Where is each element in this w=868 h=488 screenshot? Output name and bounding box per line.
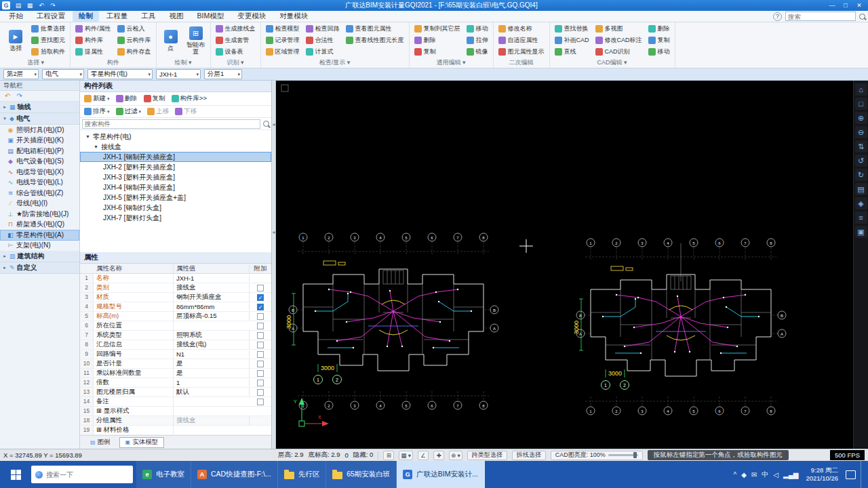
ribbon-tab[interactable]: 工程量 [100, 11, 134, 22]
ribbon-button[interactable]: 检查回路 [304, 23, 342, 35]
ortho-toggle-icon[interactable]: ∠ [418, 451, 429, 460]
taskbar-app[interactable]: ACAD快捷查图-F:\... [191, 461, 278, 488]
context-dropdown[interactable]: JXH-1▾ [156, 69, 201, 79]
ribbon-tab[interactable]: 工具 [136, 11, 162, 22]
navigator-item[interactable]: ◉照明灯具(电)(D) [0, 125, 79, 136]
property-value[interactable]: 钢制开关插座盒 [174, 293, 250, 302]
ribbon-tab[interactable]: BIM模型 [191, 11, 231, 22]
navigator-item[interactable]: ⊓桥架通头(电)(Q) [0, 220, 79, 230]
ribbon-button[interactable]: 复制 [412, 46, 462, 58]
tree-expand-icon[interactable]: ▼ [85, 134, 91, 139]
undo-icon[interactable]: ↶ [37, 2, 46, 9]
selection-mode-toggle[interactable]: 跨类型选择 [467, 451, 507, 460]
tree-item[interactable]: JXH-6 [钢制灯头盒] [80, 203, 271, 213]
panel-tab[interactable]: ▤图例 [84, 437, 117, 448]
save-icon[interactable]: ▦ [25, 2, 35, 9]
ribbon-big-button[interactable]: ⊞智能布置 [184, 23, 208, 58]
start-button[interactable] [0, 461, 31, 488]
ribbon-button[interactable]: 直线 [553, 46, 591, 58]
attach-checkbox[interactable] [257, 342, 264, 348]
open-icon[interactable]: ▤ [14, 2, 23, 9]
taskbar-app[interactable]: e电子教室 [136, 461, 191, 488]
ribbon-button[interactable]: 删除 [646, 23, 672, 35]
action-center-icon[interactable] [846, 470, 856, 479]
maximize-button[interactable]: □ [839, 0, 852, 11]
ribbon-button[interactable]: 查找替换 [553, 23, 591, 35]
hidden-icons-chevron[interactable]: ^ [733, 471, 736, 479]
attach-checkbox[interactable]: ✓ [257, 294, 264, 301]
grid-toggle-icon[interactable]: ▦ ▾ [399, 451, 413, 460]
ribbon-big-button[interactable]: ►选择 [4, 23, 27, 58]
ribbon-button[interactable]: 构件库 [73, 35, 113, 46]
list-icon[interactable]: ≡ [855, 211, 867, 224]
component-toolbar-button[interactable]: 构件库>> [169, 94, 210, 104]
close-button[interactable]: ✕ [852, 0, 866, 11]
property-name[interactable]: ⊞ 显示样式 [94, 407, 174, 415]
mail-tray-icon[interactable]: ✉ [751, 471, 757, 479]
fit-view-icon[interactable]: ⌂ [855, 83, 867, 96]
component-toolbar-button[interactable]: 新建▾ [81, 94, 113, 104]
navigator-item[interactable]: ◧零星构件(电)(A) [0, 230, 79, 241]
grid-icon[interactable]: ▣ [855, 226, 867, 238]
ribbon-button[interactable]: 移动 [646, 46, 672, 58]
view-3d-icon[interactable]: ◈ [855, 197, 867, 209]
ribbon-button[interactable]: 构件/属性 [73, 23, 113, 35]
layers-icon[interactable]: ▤ [855, 183, 867, 195]
navigator-section[interactable]: ▾◆电气 [0, 113, 79, 125]
attach-checkbox[interactable] [257, 285, 264, 291]
ribbon-button[interactable]: 生成套管 [214, 35, 258, 46]
tree-item[interactable]: JXH-2 [塑料开关插座盒] [80, 162, 271, 172]
navigator-item[interactable]: ∕母线(电)(I) [0, 199, 79, 209]
ribbon-button[interactable]: 图元属性显示 [496, 46, 547, 58]
ribbon-button[interactable]: 复制 [646, 35, 672, 46]
ribbon-button[interactable]: 自适应属性 [496, 35, 547, 46]
zoom-in-icon[interactable]: ⊕ [855, 112, 867, 124]
ribbon-button[interactable]: 合法性 [304, 35, 342, 46]
ribbon-button[interactable]: 云构件库 [115, 35, 153, 46]
ribbon-button[interactable]: CAD识别 [593, 46, 644, 58]
navigator-item[interactable]: ◆电气设备(电)(S) [0, 157, 79, 167]
ribbon-button[interactable]: 镜像 [465, 46, 490, 58]
security-tray-icon[interactable]: ◆ [741, 471, 747, 479]
property-value[interactable]: 接线盒 [174, 283, 250, 292]
ribbon-button[interactable]: 查看图元属性 [344, 23, 406, 35]
taskbar-search[interactable] [31, 466, 133, 483]
context-dropdown[interactable]: 电气▾ [42, 69, 84, 79]
context-dropdown[interactable]: 零星构件(电)▾ [87, 69, 153, 79]
component-toolbar-button[interactable]: 排序▾ [81, 106, 113, 117]
property-value[interactable]: N1 [174, 350, 250, 358]
property-value[interactable]: 接线盒 [174, 416, 250, 425]
ribbon-search-input[interactable] [785, 12, 856, 21]
ribbon-button[interactable]: 修改名称 [496, 23, 547, 35]
ribbon-button[interactable]: 移动 [465, 23, 490, 35]
attach-checkbox[interactable] [257, 332, 264, 339]
ribbon-button[interactable]: 修改CAD标注 [593, 35, 644, 46]
search-icon[interactable] [859, 14, 865, 20]
taskbar-search-input[interactable] [46, 471, 129, 479]
nav-forward-icon[interactable]: ↷ [16, 92, 22, 100]
ribbon-tab[interactable]: 变更模块 [231, 11, 272, 22]
attach-checkbox[interactable] [257, 351, 264, 358]
context-dropdown[interactable]: 第2层▾ [3, 69, 39, 79]
context-dropdown[interactable]: 分层1▾ [204, 69, 242, 79]
navigator-item[interactable]: ▤配电箱柜(电)(P) [0, 146, 79, 157]
dynamic-input-toggle-icon[interactable]: ⊕ ▾ [449, 451, 462, 460]
ribbon-button[interactable]: 拾取构件 [29, 46, 67, 58]
volume-tray-icon[interactable]: ◁ [773, 471, 778, 479]
drawing-canvas[interactable]: 1122334455667788BBAA12 [276, 81, 868, 449]
property-value[interactable]: 是 [174, 369, 250, 378]
component-toolbar-button[interactable]: 删除 [113, 94, 140, 104]
ribbon-button[interactable]: 批量选择 [29, 23, 67, 35]
ribbon-button[interactable]: 提属性 [73, 46, 113, 58]
redo-icon[interactable]: ↷ [48, 2, 58, 9]
component-toolbar-button[interactable]: 过滤▾ [113, 106, 144, 117]
ribbon-button[interactable]: 区域管理 [264, 46, 302, 58]
ribbon-button[interactable]: 云检入 [115, 23, 153, 35]
property-value[interactable]: 86mm*86mm [174, 303, 250, 310]
snap-toggle-icon[interactable]: ⊞ [383, 451, 394, 460]
ribbon-tab[interactable]: 工程设置 [31, 11, 71, 22]
navigator-item[interactable]: ≋综合管线(电)(Z) [0, 188, 79, 199]
taskbar-app[interactable]: 先行区 [278, 461, 327, 488]
property-name[interactable]: ⊞ 材料价格 [94, 426, 174, 434]
tree-item[interactable]: JXH-7 [塑料灯头盒] [80, 213, 271, 223]
